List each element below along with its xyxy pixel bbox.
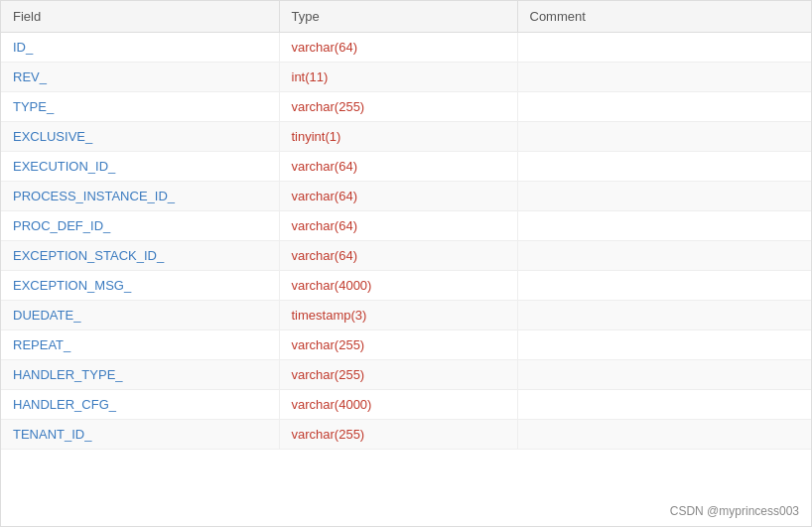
cell-type: varchar(4000) [279, 271, 517, 301]
cell-comment [517, 301, 811, 330]
cell-type: varchar(255) [279, 420, 517, 450]
table-row: EXCEPTION_MSG_varchar(4000) [1, 271, 811, 301]
cell-type: varchar(64) [279, 152, 517, 182]
table-row: PROCESS_INSTANCE_ID_varchar(64) [1, 182, 811, 211]
cell-comment [517, 182, 811, 211]
cell-field: EXCEPTION_STACK_ID_ [1, 241, 279, 271]
table-row: REPEAT_varchar(255) [1, 330, 811, 360]
table-row: ID_varchar(64) [1, 33, 811, 63]
cell-type: varchar(64) [279, 33, 517, 63]
cell-field: REPEAT_ [1, 330, 279, 360]
cell-type: varchar(255) [279, 360, 517, 390]
cell-type: varchar(64) [279, 241, 517, 271]
cell-comment [517, 211, 811, 241]
table-row: DUEDATE_timestamp(3) [1, 301, 811, 330]
table-row: TYPE_varchar(255) [1, 92, 811, 122]
watermark: CSDN @myprincess003 [670, 504, 799, 518]
cell-type: timestamp(3) [279, 301, 517, 330]
cell-type: varchar(64) [279, 211, 517, 241]
table-header-row: Field Type Comment [1, 1, 811, 33]
cell-field: HANDLER_CFG_ [1, 390, 279, 420]
table-row: HANDLER_CFG_varchar(4000) [1, 390, 811, 420]
cell-field: PROC_DEF_ID_ [1, 211, 279, 241]
col-header-type: Type [279, 1, 517, 33]
table-row: PROC_DEF_ID_varchar(64) [1, 211, 811, 241]
data-table: Field Type Comment ID_varchar(64)REV_int… [1, 1, 811, 450]
cell-field: EXCLUSIVE_ [1, 122, 279, 152]
cell-field: TENANT_ID_ [1, 420, 279, 450]
table-row: EXCEPTION_STACK_ID_varchar(64) [1, 241, 811, 271]
cell-comment [517, 63, 811, 92]
cell-field: REV_ [1, 63, 279, 92]
cell-comment [517, 390, 811, 420]
cell-comment [517, 420, 811, 450]
cell-type: varchar(255) [279, 92, 517, 122]
cell-field: PROCESS_INSTANCE_ID_ [1, 182, 279, 211]
cell-comment [517, 33, 811, 63]
cell-field: EXCEPTION_MSG_ [1, 271, 279, 301]
col-header-field: Field [1, 1, 279, 33]
cell-comment [517, 152, 811, 182]
cell-comment [517, 360, 811, 390]
cell-field: ID_ [1, 33, 279, 63]
cell-field: DUEDATE_ [1, 301, 279, 330]
cell-comment [517, 122, 811, 152]
cell-field: EXECUTION_ID_ [1, 152, 279, 182]
table-container: Field Type Comment ID_varchar(64)REV_int… [0, 0, 812, 527]
cell-comment [517, 92, 811, 122]
table-row: TENANT_ID_varchar(255) [1, 420, 811, 450]
cell-type: tinyint(1) [279, 122, 517, 152]
cell-comment [517, 241, 811, 271]
cell-type: varchar(4000) [279, 390, 517, 420]
cell-field: TYPE_ [1, 92, 279, 122]
table-row: REV_int(11) [1, 63, 811, 92]
cell-field: HANDLER_TYPE_ [1, 360, 279, 390]
table-row: EXECUTION_ID_varchar(64) [1, 152, 811, 182]
col-header-comment: Comment [517, 1, 811, 33]
cell-comment [517, 330, 811, 360]
table-row: EXCLUSIVE_tinyint(1) [1, 122, 811, 152]
cell-type: int(11) [279, 63, 517, 92]
table-row: HANDLER_TYPE_varchar(255) [1, 360, 811, 390]
cell-type: varchar(64) [279, 182, 517, 211]
cell-comment [517, 271, 811, 301]
cell-type: varchar(255) [279, 330, 517, 360]
